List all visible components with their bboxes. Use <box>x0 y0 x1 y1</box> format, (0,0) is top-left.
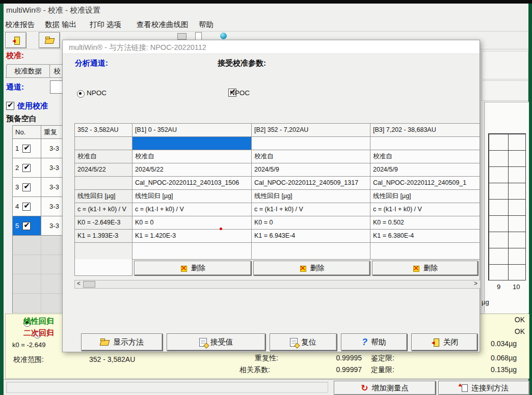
scrollbar-thumb[interactable] <box>83 281 95 288</box>
correlation-value: 0.99997 <box>306 365 362 374</box>
dialog-table-cell[interactable]: K1 = 6.380E-4 <box>370 230 480 243</box>
page-icon[interactable] <box>195 32 202 40</box>
right-panel-box <box>482 80 528 101</box>
row-checkbox[interactable] <box>22 222 31 230</box>
blank-table: No. 重复 1 3-3 2 3-3 3 3-3 4 3-3 5 3-3 <box>12 125 68 313</box>
dialog-table-cell[interactable]: c = (k1·I + k0) / V <box>132 203 252 216</box>
dialog-table-cell[interactable]: 校准自 <box>75 150 132 163</box>
dialog-table-header: [B1] 0 - 352AU <box>132 124 252 137</box>
dialog-table-cell[interactable]: K1 = 1.420E-3 <box>132 230 252 243</box>
quadratic-regression-label: 二次回归 <box>23 328 54 338</box>
row-checkbox[interactable] <box>22 203 31 211</box>
delete-b2-button[interactable]: 删除 <box>253 261 370 275</box>
table-row-no[interactable]: 2 <box>13 158 41 178</box>
menu-calibration-report[interactable]: 校准报告 <box>5 20 35 30</box>
link-method-icon <box>459 384 468 392</box>
dialog-title: multiWin® - 与方法链接: NPOC-20220112 <box>69 43 206 52</box>
dialog-table-cell[interactable]: K1 = 6.943E-4 <box>252 230 370 243</box>
row-checkbox[interactable] <box>22 145 31 153</box>
dialog-table-cell[interactable] <box>252 243 370 260</box>
table-row-no[interactable]: 3 <box>13 178 41 197</box>
dialog-table-cell[interactable] <box>132 243 252 260</box>
exit-button[interactable] <box>5 32 26 48</box>
table-row-no[interactable]: 1 <box>13 139 41 158</box>
dialog-table-cell[interactable]: Cal_NPOC-20220112_240509_1 <box>370 177 480 190</box>
dialog-table-cell[interactable]: c = (k1·I + k0) / V <box>370 203 480 216</box>
dialog-table-cell[interactable] <box>252 137 370 150</box>
dialog-table-cell[interactable]: 2024/5/9 <box>252 163 370 177</box>
dialog-table-cell-selected[interactable] <box>132 137 252 150</box>
chart-grid <box>488 133 526 280</box>
chart-tick-9: 9 <box>497 283 500 291</box>
tab-calibration-data[interactable]: 校准数据 <box>6 64 50 78</box>
dialog-table-cell[interactable] <box>75 137 132 150</box>
printer-icon[interactable] <box>177 33 187 40</box>
use-calibration-checkbox[interactable] <box>6 102 14 110</box>
reset-button[interactable]: 复位 <box>270 333 337 351</box>
dialog-table-cell[interactable]: 线性回归 [µg] <box>370 190 480 203</box>
dialog-table-cell[interactable]: Cal_NPOC-20220112_240509_1317 <box>252 177 370 190</box>
link-to-method-button[interactable]: 连接到方法 <box>438 381 529 395</box>
dialog-table-cell[interactable] <box>75 177 132 190</box>
delete-b3-button[interactable]: 删除 <box>372 261 478 275</box>
analysis-channel-label: 分析通道: <box>75 59 108 68</box>
close-button[interactable]: 关闭 <box>411 333 477 351</box>
dialog-table-cell[interactable]: 2024/5/9 <box>370 163 480 177</box>
dialog-table-cell[interactable] <box>75 243 132 260</box>
accept-value-button[interactable]: 接受值 <box>167 333 265 351</box>
horizontal-scrollbar[interactable]: < > <box>74 280 481 289</box>
menu-data-output[interactable]: 数据 输出 <box>45 20 76 30</box>
correlation-label: 相关系数: <box>240 365 270 375</box>
dialog-table-cell[interactable]: 线性回归 [µg] <box>132 190 252 203</box>
show-method-button[interactable]: 显示方法 <box>81 333 163 351</box>
dialog-table-cell[interactable]: K0 = 0 <box>252 216 370 230</box>
dialog-table-cell[interactable]: c = (k1·I + k0) / V <box>75 203 132 216</box>
chart-unit-label: µg <box>482 298 489 306</box>
folder-open-icon <box>45 37 55 44</box>
menu-print-options[interactable]: 打印 选项 <box>90 20 121 30</box>
delete-icon <box>412 265 420 272</box>
right-panel-box <box>482 51 528 79</box>
add-measurement-point-button[interactable]: ↻ 增加测量点 <box>334 381 436 395</box>
repeatability-label: 重复性: <box>255 354 278 363</box>
dialog-table-cell[interactable]: c = (k1·I + k0) / V <box>252 203 370 216</box>
dialog-table-cell[interactable]: K0 = 0.502 <box>370 216 480 230</box>
dialog-table-cell[interactable]: 线性回归 [µg] <box>75 190 132 203</box>
repeatability-value: 0.99995 <box>306 354 362 362</box>
table-row-no-selected[interactable]: 5 <box>13 216 41 236</box>
scroll-left-icon[interactable]: < <box>77 280 81 288</box>
dialog-table-cell[interactable]: K0 = 0 <box>132 216 252 230</box>
dialog-table-cell[interactable]: 校准自 <box>370 150 480 163</box>
dialog-table-cell[interactable]: 2024/5/22 <box>75 163 132 177</box>
k0-value: k0 = -2.649 <box>12 341 62 349</box>
menu-help[interactable]: 帮助 <box>199 20 214 30</box>
dialog-table-cell[interactable]: 校准自 <box>132 150 252 163</box>
table-row-no[interactable]: 4 <box>13 197 41 216</box>
open-button[interactable] <box>39 32 60 48</box>
globe-icon[interactable] <box>220 33 227 39</box>
delete-icon <box>299 265 307 272</box>
calibration-label: 校准: <box>6 51 24 61</box>
menu-view-calibration-curve[interactable]: 查看校准曲线图 <box>137 20 189 30</box>
dialog-table-cell[interactable]: 线性回归 [µg] <box>252 190 370 203</box>
scroll-right-icon[interactable]: > <box>474 280 477 288</box>
detection-limit-value: 0.034µg <box>491 340 517 348</box>
dialog-table-cell[interactable]: 校准自 <box>252 150 370 163</box>
dialog-table-cell[interactable]: Cal_NPOC-20220112_240103_1506 <box>132 177 252 190</box>
status-ok-1: OK <box>515 316 525 324</box>
npoc-radio-label: NPOC <box>87 89 107 97</box>
dialog-table-cell[interactable]: K1 = 1.393E-3 <box>75 230 132 243</box>
use-calibration-label: 使用校准 <box>17 101 48 111</box>
npoc-radio[interactable] <box>77 90 85 98</box>
folder-open-icon <box>100 338 110 346</box>
help-button[interactable]: ? 帮助 <box>341 333 407 351</box>
dialog-table-cell[interactable]: 2024/5/22 <box>132 163 252 177</box>
door-exit-icon <box>11 37 20 44</box>
dialog-table-cell[interactable]: K0 = -2.649E-3 <box>75 216 132 230</box>
dialog-table-cell[interactable] <box>370 137 480 150</box>
quantification-limit-label: 定量限: <box>371 365 394 375</box>
row-checkbox[interactable] <box>22 164 31 172</box>
dialog-table-cell[interactable] <box>370 243 480 260</box>
row-checkbox[interactable] <box>22 183 31 191</box>
delete-b1-button[interactable]: 删除 <box>134 261 251 275</box>
